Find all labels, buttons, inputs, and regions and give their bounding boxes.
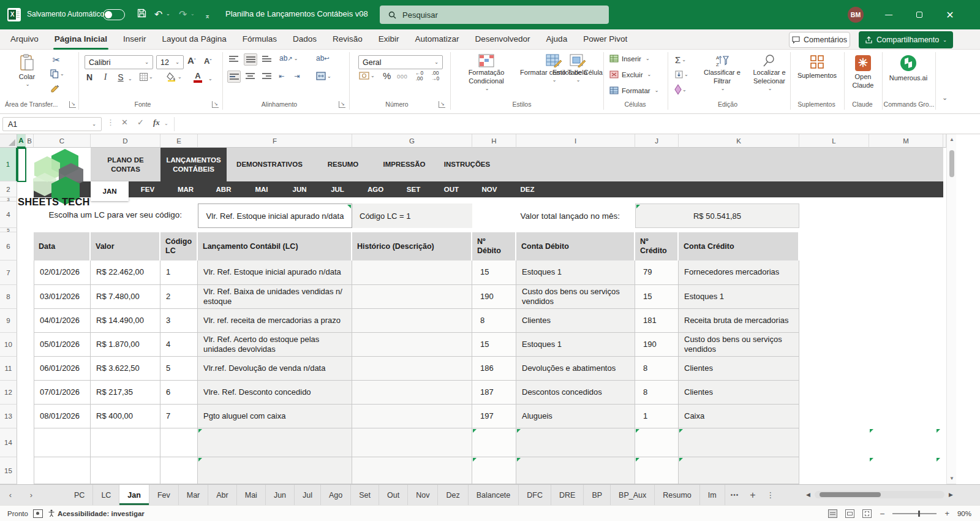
vertical-scroll-thumb[interactable] bbox=[949, 150, 954, 177]
row-header[interactable]: 15 bbox=[0, 457, 17, 484]
sheet-tab-lc[interactable]: LC bbox=[93, 485, 119, 505]
wrap-text-button[interactable]: ab↩ bbox=[316, 54, 330, 63]
table-cell[interactable]: 04/01/2026 bbox=[34, 309, 91, 333]
table-cell[interactable]: Vlr. Ref. Estoque inicial apurado n/data bbox=[198, 260, 352, 285]
page-layout-view-icon[interactable] bbox=[845, 509, 854, 518]
month-tab-set[interactable]: SET bbox=[394, 181, 432, 197]
month-tab-jun[interactable]: JUN bbox=[281, 181, 318, 197]
ribbon-tab-inserir[interactable]: Inserir bbox=[115, 29, 154, 50]
table-cell[interactable]: R$ 14.490,00 bbox=[91, 309, 160, 333]
excel-app-icon[interactable]: X bbox=[7, 8, 21, 21]
table-cell[interactable] bbox=[91, 428, 160, 457]
sheet-tab-jul[interactable]: Jul bbox=[295, 485, 321, 505]
find-select-button[interactable]: Localizar e Selecionar ⌄ bbox=[745, 54, 794, 92]
row-header[interactable]: 6 bbox=[0, 232, 17, 260]
copy-icon[interactable]: ⌄ bbox=[50, 69, 64, 78]
save-icon[interactable] bbox=[137, 7, 146, 22]
table-cell[interactable]: 06/01/2026 bbox=[34, 357, 91, 381]
minimize-button[interactable]: — bbox=[875, 0, 903, 29]
name-box[interactable]: A1⌄ bbox=[2, 117, 102, 131]
ribbon-tab-automatizar[interactable]: Automatizar bbox=[407, 29, 467, 50]
bold-button[interactable]: N bbox=[85, 72, 94, 82]
table-cell[interactable]: Receita bruta de mercadorias bbox=[679, 309, 799, 333]
sheet-nav-next-icon[interactable]: › bbox=[21, 485, 42, 505]
table-cell[interactable]: R$ 217,35 bbox=[91, 381, 160, 405]
month-tab-dez[interactable]: DEZ bbox=[508, 181, 546, 197]
table-cell[interactable]: 1 bbox=[160, 260, 198, 285]
nav-tab-plano-de-contas[interactable]: PLANO DE CONTAS bbox=[91, 148, 160, 181]
month-tab-jan[interactable]: JAN bbox=[91, 181, 129, 201]
sheet-tab-fev[interactable]: Fev bbox=[149, 485, 179, 505]
month-tab-fev[interactable]: FEV bbox=[129, 181, 167, 197]
nav-tab-instru-es[interactable]: INSTRUÇÕES bbox=[435, 148, 499, 181]
ribbon-tab-exibir[interactable]: Exibir bbox=[371, 29, 407, 50]
table-cell[interactable] bbox=[679, 457, 799, 484]
table-cell[interactable]: 7 bbox=[160, 405, 198, 428]
table-cell[interactable]: Vlr. Ref. Acerto do estoque pelas unidad… bbox=[198, 333, 352, 357]
row-header[interactable]: 4 bbox=[0, 202, 17, 228]
table-cell[interactable]: Pgto aluguel com caixa bbox=[198, 405, 352, 428]
align-bottom-icon[interactable] bbox=[262, 55, 271, 63]
column-header[interactable] bbox=[943, 134, 946, 148]
table-cell[interactable]: 8 bbox=[472, 309, 516, 333]
sheet-nav-prev-icon[interactable]: ‹ bbox=[0, 485, 21, 505]
month-tab-mar[interactable]: MAR bbox=[167, 181, 205, 197]
sheet-tab-overflow-icon[interactable]: ••• bbox=[725, 485, 745, 505]
table-cell[interactable] bbox=[352, 333, 472, 357]
table-cell[interactable] bbox=[34, 428, 91, 457]
sheet-tab-dre[interactable]: DRE bbox=[551, 485, 584, 505]
nav-tab-impress-o[interactable]: IMPRESSÃO bbox=[374, 148, 435, 181]
table-header-cell[interactable]: Lançamento Contábil (LC) bbox=[198, 232, 352, 260]
open-claude-button[interactable]: ✳ Open Claude bbox=[846, 55, 880, 90]
align-middle-icon[interactable] bbox=[244, 53, 257, 66]
table-cell[interactable]: Clientes bbox=[679, 381, 799, 405]
table-header-cell[interactable]: Conta Débito bbox=[516, 232, 635, 260]
month-tab-mai[interactable]: MAI bbox=[243, 181, 281, 197]
numerous-ai-button[interactable]: Numerous.ai bbox=[884, 55, 933, 83]
cancel-entry-icon[interactable]: ✕ bbox=[121, 118, 128, 127]
table-cell[interactable]: 2 bbox=[160, 285, 198, 309]
collapse-ribbon-chevron-icon[interactable]: ⌄ bbox=[942, 94, 948, 102]
ribbon-tab-power-pivot[interactable]: Power Pivot bbox=[575, 29, 635, 50]
sheet-tab-pc[interactable]: PC bbox=[66, 485, 93, 505]
table-cell[interactable] bbox=[635, 428, 679, 457]
maximize-button[interactable] bbox=[905, 0, 933, 29]
table-cell[interactable]: 8 bbox=[635, 357, 679, 381]
autosave-toggle[interactable] bbox=[103, 9, 125, 20]
table-cell[interactable] bbox=[198, 428, 352, 457]
alignment-dialog-launcher-icon[interactable]: ↘ bbox=[339, 101, 345, 108]
table-header-cell[interactable]: Conta Crédito bbox=[679, 232, 799, 260]
comma-style-button[interactable]: 000 bbox=[397, 73, 407, 80]
percent-style-button[interactable]: % bbox=[383, 70, 391, 81]
table-cell[interactable]: 1 bbox=[635, 405, 679, 428]
sort-filter-button[interactable]: AZ Classificar e Filtrar ⌄ bbox=[698, 54, 746, 92]
column-header[interactable]: J bbox=[635, 134, 679, 148]
ribbon-tab-fórmulas[interactable]: Fórmulas bbox=[235, 29, 285, 50]
table-cell[interactable] bbox=[352, 285, 472, 309]
grow-font-button[interactable]: Aˆ bbox=[187, 55, 196, 66]
column-header[interactable]: D bbox=[91, 134, 160, 148]
table-cell[interactable]: Devoluções e abatimentos bbox=[516, 357, 635, 381]
new-sheet-button[interactable]: + bbox=[744, 485, 761, 505]
font-name-select[interactable]: Calibri⌄ bbox=[85, 55, 153, 69]
undo-icon[interactable]: ↶ bbox=[154, 7, 162, 22]
font-color-button[interactable]: A bbox=[194, 72, 202, 83]
formula-input[interactable] bbox=[175, 116, 978, 132]
ribbon-tab-ajuda[interactable]: Ajuda bbox=[538, 29, 576, 50]
column-header[interactable]: I bbox=[516, 134, 635, 148]
row-header[interactable]: 5 bbox=[0, 228, 17, 232]
shrink-font-button[interactable]: Aˇ bbox=[204, 56, 211, 66]
document-title[interactable]: Planilha de Lançamentos Contábeis v08 bbox=[225, 9, 368, 18]
row-header[interactable]: 2 bbox=[0, 181, 17, 197]
sheet-tab-bp_aux[interactable]: BP_Aux bbox=[611, 485, 655, 505]
table-cell[interactable]: 03/01/2026 bbox=[34, 285, 91, 309]
table-cell[interactable] bbox=[160, 428, 198, 457]
ribbon-tab-arquivo[interactable]: Arquivo bbox=[2, 29, 47, 50]
table-cell[interactable]: 8 bbox=[635, 381, 679, 405]
avatar[interactable]: BM bbox=[848, 7, 864, 23]
sheet-tab-out[interactable]: Out bbox=[379, 485, 408, 505]
table-cell[interactable]: 187 bbox=[472, 381, 516, 405]
sheet-tab-set[interactable]: Set bbox=[351, 485, 379, 505]
zoom-slider-thumb[interactable] bbox=[918, 511, 920, 517]
delete-cells-button[interactable]: Excluir⌄ bbox=[609, 70, 651, 78]
